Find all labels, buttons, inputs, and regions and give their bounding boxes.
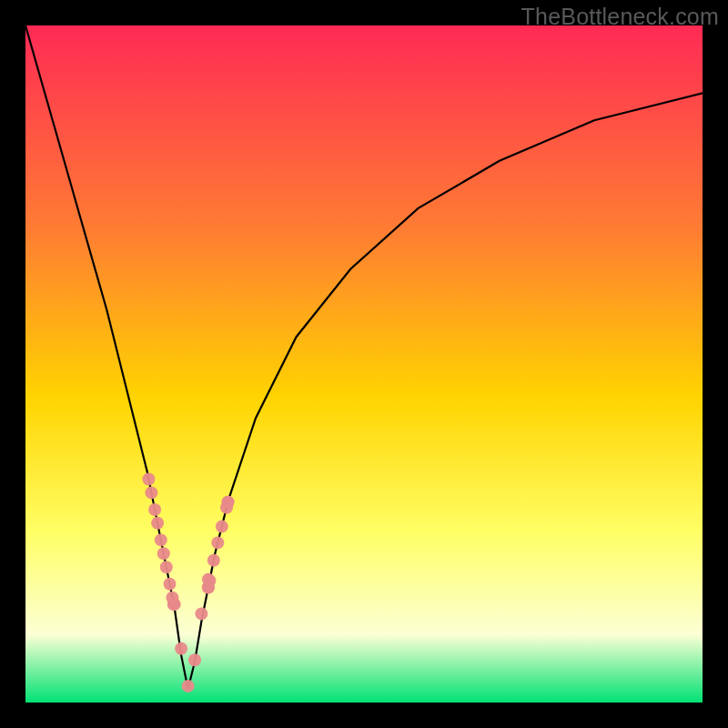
marker-dot (160, 561, 173, 573)
marker-dot (195, 607, 207, 620)
chart-frame: TheBottleneck.com (0, 0, 728, 728)
marker-dot (216, 521, 228, 533)
marker-dot (142, 473, 155, 486)
bottleneck-curve-path (25, 25, 703, 689)
marker-dot (148, 503, 161, 516)
plot-area (25, 25, 703, 703)
marker-dots (142, 473, 234, 693)
marker-dot (188, 653, 201, 666)
marker-dot (211, 536, 224, 549)
marker-dot (164, 578, 177, 591)
marker-dot (222, 496, 235, 509)
bottleneck-curve (25, 25, 703, 703)
watermark-text: TheBottleneck.com (521, 4, 719, 30)
marker-dot (155, 533, 167, 546)
marker-dot (175, 642, 187, 655)
marker-dot (151, 517, 164, 530)
marker-dot (207, 554, 220, 567)
marker-dot (168, 598, 181, 611)
marker-dot (182, 680, 195, 693)
marker-dot (202, 573, 215, 586)
marker-dot (145, 486, 157, 499)
marker-dot (157, 547, 170, 560)
